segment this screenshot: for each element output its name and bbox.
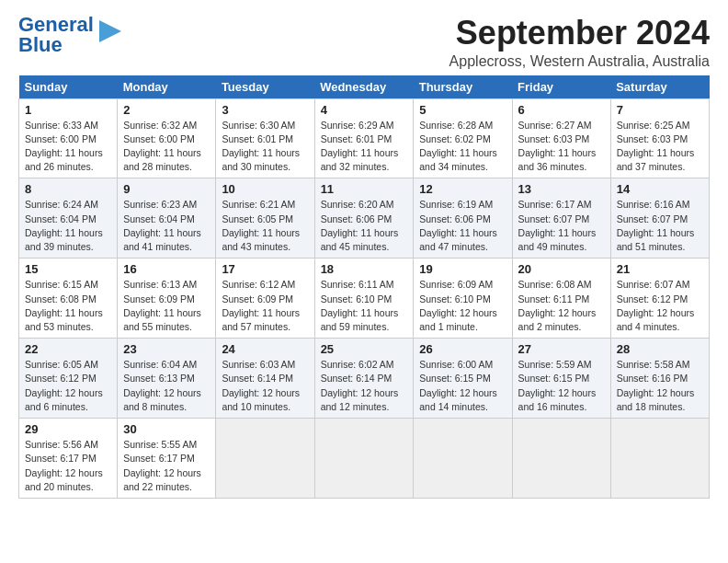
table-row: 7 Sunrise: 6:25 AMSunset: 6:03 PMDayligh…	[610, 98, 709, 178]
col-wednesday: Wednesday	[314, 75, 414, 99]
calendar-week-row: 22 Sunrise: 6:05 AMSunset: 6:12 PMDaylig…	[19, 339, 710, 419]
day-number: 11	[321, 182, 408, 196]
table-row: 9 Sunrise: 6:23 AMSunset: 6:04 PMDayligh…	[118, 178, 216, 259]
day-number: 22	[25, 342, 111, 356]
day-info: Sunrise: 6:30 AMSunset: 6:01 PMDaylight:…	[222, 119, 308, 175]
table-row	[314, 419, 414, 499]
day-number: 14	[617, 182, 703, 196]
table-row: 25 Sunrise: 6:02 AMSunset: 6:14 PMDaylig…	[314, 339, 414, 419]
day-info: Sunrise: 6:02 AMSunset: 6:14 PMDaylight:…	[321, 358, 408, 414]
day-info: Sunrise: 5:58 AMSunset: 6:16 PMDaylight:…	[617, 358, 703, 414]
day-number: 15	[25, 262, 111, 276]
col-monday: Monday	[118, 75, 216, 99]
calendar: Sunday Monday Tuesday Wednesday Thursday…	[18, 75, 710, 499]
day-number: 16	[123, 262, 210, 276]
table-row: 21 Sunrise: 6:07 AMSunset: 6:12 PMDaylig…	[610, 259, 709, 339]
table-row: 1 Sunrise: 6:33 AMSunset: 6:00 PMDayligh…	[19, 98, 118, 178]
table-row	[610, 419, 709, 499]
day-info: Sunrise: 5:55 AMSunset: 6:17 PMDaylight:…	[123, 438, 210, 494]
table-row: 8 Sunrise: 6:24 AMSunset: 6:04 PMDayligh…	[19, 178, 118, 259]
day-info: Sunrise: 6:20 AMSunset: 6:06 PMDaylight:…	[321, 198, 408, 254]
table-row: 4 Sunrise: 6:29 AMSunset: 6:01 PMDayligh…	[314, 98, 414, 178]
day-info: Sunrise: 6:04 AMSunset: 6:13 PMDaylight:…	[123, 358, 210, 414]
day-info: Sunrise: 6:15 AMSunset: 6:08 PMDaylight:…	[25, 278, 111, 334]
col-sunday: Sunday	[19, 75, 118, 99]
day-info: Sunrise: 6:03 AMSunset: 6:14 PMDaylight:…	[222, 358, 308, 414]
calendar-week-row: 29 Sunrise: 5:56 AMSunset: 6:17 PMDaylig…	[19, 419, 710, 499]
day-info: Sunrise: 6:25 AMSunset: 6:03 PMDaylight:…	[617, 119, 703, 175]
day-info: Sunrise: 6:16 AMSunset: 6:07 PMDaylight:…	[617, 198, 703, 254]
day-info: Sunrise: 6:12 AMSunset: 6:09 PMDaylight:…	[222, 278, 308, 334]
table-row: 18 Sunrise: 6:11 AMSunset: 6:10 PMDaylig…	[314, 259, 414, 339]
day-info: Sunrise: 5:59 AMSunset: 6:15 PMDaylight:…	[518, 358, 605, 414]
col-friday: Friday	[512, 75, 610, 99]
day-number: 19	[419, 262, 506, 276]
day-info: Sunrise: 6:07 AMSunset: 6:12 PMDaylight:…	[617, 278, 703, 334]
table-row	[216, 419, 314, 499]
day-number: 23	[123, 342, 210, 356]
table-row: 29 Sunrise: 5:56 AMSunset: 6:17 PMDaylig…	[19, 419, 118, 499]
logo-text: General Blue	[18, 15, 94, 55]
day-info: Sunrise: 6:23 AMSunset: 6:04 PMDaylight:…	[123, 198, 210, 254]
day-info: Sunrise: 5:56 AMSunset: 6:17 PMDaylight:…	[25, 438, 111, 494]
day-number: 13	[518, 182, 605, 196]
calendar-week-row: 1 Sunrise: 6:33 AMSunset: 6:00 PMDayligh…	[19, 98, 710, 178]
location-title: Applecross, Western Australia, Australia	[449, 53, 710, 70]
day-info: Sunrise: 6:19 AMSunset: 6:06 PMDaylight:…	[419, 198, 506, 254]
day-number: 21	[617, 262, 703, 276]
table-row: 28 Sunrise: 5:58 AMSunset: 6:16 PMDaylig…	[610, 339, 709, 419]
table-row: 16 Sunrise: 6:13 AMSunset: 6:09 PMDaylig…	[118, 259, 216, 339]
col-tuesday: Tuesday	[216, 75, 314, 99]
day-number: 1	[25, 103, 111, 117]
day-info: Sunrise: 6:08 AMSunset: 6:11 PMDaylight:…	[518, 278, 605, 334]
col-thursday: Thursday	[414, 75, 512, 99]
day-info: Sunrise: 6:00 AMSunset: 6:15 PMDaylight:…	[419, 358, 506, 414]
day-info: Sunrise: 6:13 AMSunset: 6:09 PMDaylight:…	[123, 278, 210, 334]
calendar-header-row: Sunday Monday Tuesday Wednesday Thursday…	[19, 75, 710, 99]
day-number: 3	[222, 103, 308, 117]
day-number: 7	[617, 103, 703, 117]
day-info: Sunrise: 6:27 AMSunset: 6:03 PMDaylight:…	[518, 119, 605, 175]
day-number: 12	[419, 182, 506, 196]
table-row: 11 Sunrise: 6:20 AMSunset: 6:06 PMDaylig…	[314, 178, 414, 259]
day-number: 30	[123, 422, 210, 436]
logo-blue: Blue	[18, 33, 63, 56]
title-area: September 2024 Applecross, Western Austr…	[449, 15, 710, 70]
day-number: 2	[123, 103, 210, 117]
table-row	[512, 419, 610, 499]
day-info: Sunrise: 6:29 AMSunset: 6:01 PMDaylight:…	[321, 119, 408, 175]
header: General Blue September 2024 Applecross, …	[18, 15, 710, 70]
day-info: Sunrise: 6:17 AMSunset: 6:07 PMDaylight:…	[518, 198, 605, 254]
svg-marker-0	[99, 20, 121, 42]
day-number: 18	[321, 262, 408, 276]
month-title: September 2024	[449, 15, 710, 52]
day-number: 20	[518, 262, 605, 276]
table-row: 23 Sunrise: 6:04 AMSunset: 6:13 PMDaylig…	[118, 339, 216, 419]
table-row	[414, 419, 512, 499]
day-info: Sunrise: 6:11 AMSunset: 6:10 PMDaylight:…	[321, 278, 408, 334]
day-info: Sunrise: 6:24 AMSunset: 6:04 PMDaylight:…	[25, 198, 111, 254]
table-row: 20 Sunrise: 6:08 AMSunset: 6:11 PMDaylig…	[512, 259, 610, 339]
table-row: 19 Sunrise: 6:09 AMSunset: 6:10 PMDaylig…	[414, 259, 512, 339]
table-row: 5 Sunrise: 6:28 AMSunset: 6:02 PMDayligh…	[414, 98, 512, 178]
day-number: 5	[419, 103, 506, 117]
table-row: 27 Sunrise: 5:59 AMSunset: 6:15 PMDaylig…	[512, 339, 610, 419]
table-row: 24 Sunrise: 6:03 AMSunset: 6:14 PMDaylig…	[216, 339, 314, 419]
table-row: 14 Sunrise: 6:16 AMSunset: 6:07 PMDaylig…	[610, 178, 709, 259]
col-saturday: Saturday	[610, 75, 709, 99]
table-row: 22 Sunrise: 6:05 AMSunset: 6:12 PMDaylig…	[19, 339, 118, 419]
day-number: 4	[321, 103, 408, 117]
logo-arrow-icon	[96, 17, 125, 46]
table-row: 12 Sunrise: 6:19 AMSunset: 6:06 PMDaylig…	[414, 178, 512, 259]
calendar-week-row: 15 Sunrise: 6:15 AMSunset: 6:08 PMDaylig…	[19, 259, 710, 339]
day-number: 27	[518, 342, 605, 356]
day-info: Sunrise: 6:28 AMSunset: 6:02 PMDaylight:…	[419, 119, 506, 175]
table-row: 10 Sunrise: 6:21 AMSunset: 6:05 PMDaylig…	[216, 178, 314, 259]
day-number: 25	[321, 342, 408, 356]
day-info: Sunrise: 6:32 AMSunset: 6:00 PMDaylight:…	[123, 119, 210, 175]
day-number: 6	[518, 103, 605, 117]
calendar-week-row: 8 Sunrise: 6:24 AMSunset: 6:04 PMDayligh…	[19, 178, 710, 259]
day-info: Sunrise: 6:33 AMSunset: 6:00 PMDaylight:…	[25, 119, 111, 175]
table-row: 15 Sunrise: 6:15 AMSunset: 6:08 PMDaylig…	[19, 259, 118, 339]
table-row: 17 Sunrise: 6:12 AMSunset: 6:09 PMDaylig…	[216, 259, 314, 339]
